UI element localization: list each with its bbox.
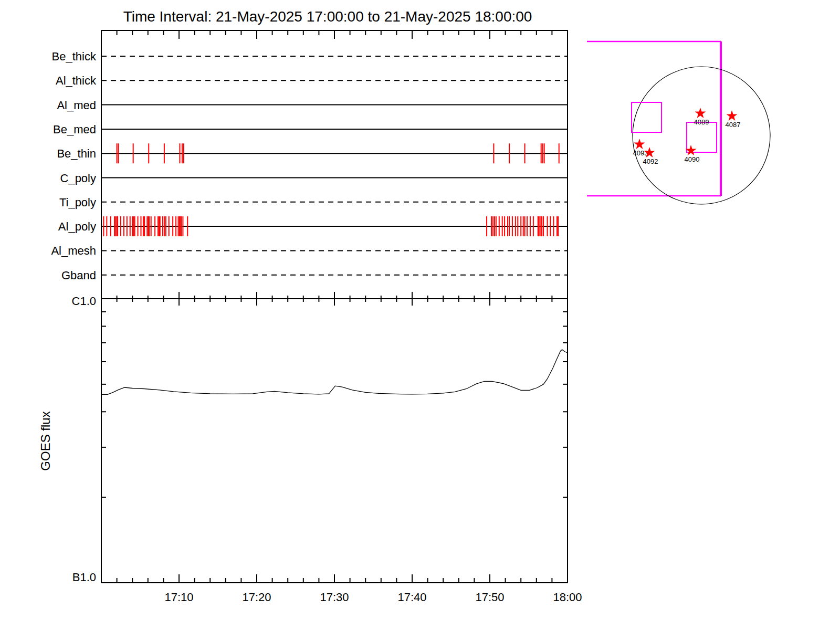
y-axis-max-label: C1.0 — [72, 295, 96, 308]
active-region-star — [727, 110, 738, 121]
xrt-goes-observation-figure: Be_thickAl_thickAl_medBe_medBe_thinC_pol… — [0, 0, 840, 630]
sub-fov-box — [632, 102, 662, 132]
active-region-label: 4093 — [633, 149, 648, 157]
y-axis-title: GOES flux — [38, 411, 52, 470]
filter-label: Be_thick — [52, 50, 97, 63]
filter-label: Al_med — [57, 99, 96, 112]
y-axis-min-label: B1.0 — [72, 571, 96, 584]
x-tick-label: 17:10 — [164, 591, 193, 604]
filter-label: Gband — [61, 269, 96, 282]
active-region-label: 4090 — [685, 155, 700, 163]
x-tick-label: 17:30 — [320, 591, 349, 604]
goes-flux-line — [101, 350, 568, 395]
filter-label: Be_med — [53, 123, 96, 136]
filter-label: Be_thin — [57, 147, 96, 160]
filter-label: Ti_poly — [59, 196, 96, 209]
plot-canvas: Be_thickAl_thickAl_medBe_medBe_thinC_pol… — [0, 0, 840, 630]
filter-label: C_poly — [60, 172, 96, 185]
active-region-label: 4089 — [694, 118, 709, 126]
x-tick-label: 17:50 — [475, 591, 504, 604]
filter-label: Al_mesh — [51, 244, 96, 257]
active-region-label: 4087 — [726, 121, 741, 129]
filter-label: Al_thick — [56, 74, 97, 87]
solar-disk — [633, 67, 770, 204]
goes-panel-border — [101, 299, 568, 583]
x-tick-label: 17:20 — [242, 591, 271, 604]
filter-label: Al_poly — [58, 220, 96, 233]
x-tick-label: 17:40 — [397, 591, 426, 604]
active-region-star — [695, 108, 706, 118]
figure-title: Time Interval: 21-May-2025 17:00:00 to 2… — [123, 8, 532, 25]
active-region-label: 4092 — [643, 158, 658, 165]
screenshot-root: { "title": "Time Interval: 21-May-2025 1… — [0, 0, 840, 630]
active-region-star — [634, 139, 645, 149]
timeline-panel-border — [101, 30, 568, 299]
x-tick-label: 18:00 — [553, 591, 582, 604]
